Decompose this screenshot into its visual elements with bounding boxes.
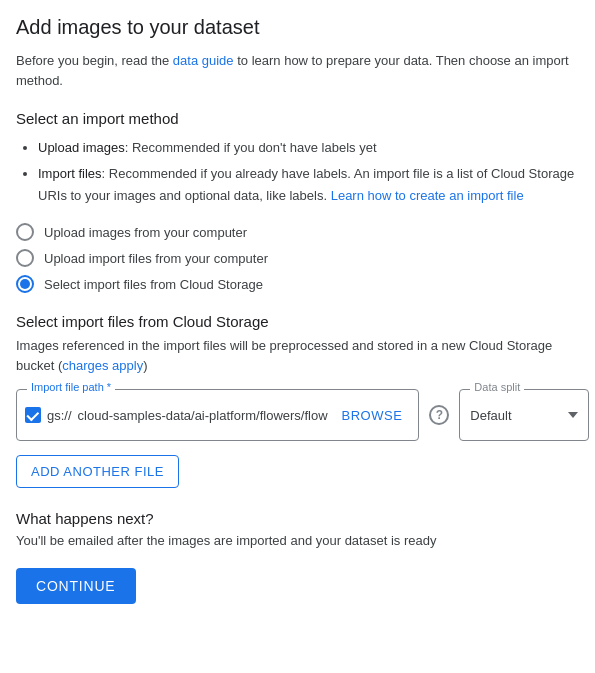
page-title: Add images to your dataset (16, 16, 579, 39)
radio-group: Upload images from your computer Upload … (16, 223, 579, 293)
data-split-label: Data split (470, 381, 524, 393)
learn-import-link[interactable]: Learn how to create an import file (331, 188, 524, 203)
radio-upload-images[interactable]: Upload images from your computer (16, 223, 579, 241)
bullet-list: Upload images: Recommended if you don't … (16, 137, 579, 207)
data-split-container: Data split Default (459, 389, 589, 441)
continue-button[interactable]: CONTINUE (16, 568, 136, 604)
intro-text: Before you begin, read the data guide to… (16, 51, 579, 90)
radio-cloud-storage-input[interactable] (16, 275, 34, 293)
file-path-container: Import file path * gs:// cloud-samples-d… (16, 389, 419, 441)
file-path-prefix: gs:// (47, 408, 72, 423)
section2-title: Select import files from Cloud Storage (16, 313, 579, 330)
file-path-label: Import file path * (27, 381, 115, 393)
add-another-file-button[interactable]: ADD ANOTHER FILE (16, 455, 179, 488)
bullet-import-files: Import files: Recommended if you already… (38, 163, 579, 207)
file-path-help-icon[interactable]: ? (429, 405, 449, 425)
charges-apply-link[interactable]: charges apply (62, 358, 143, 373)
browse-button[interactable]: BROWSE (334, 408, 411, 423)
what-next-desc: You'll be emailed after the images are i… (16, 533, 579, 548)
radio-upload-import-files[interactable]: Upload import files from your computer (16, 249, 579, 267)
cloud-storage-section: Select import files from Cloud Storage I… (16, 313, 579, 488)
what-next-section: What happens next? You'll be emailed aft… (16, 510, 579, 548)
radio-cloud-storage[interactable]: Select import files from Cloud Storage (16, 275, 579, 293)
bullet-upload-images: Upload images: Recommended if you don't … (38, 137, 579, 159)
what-next-title: What happens next? (16, 510, 579, 527)
radio-upload-images-input[interactable] (16, 223, 34, 241)
section2-desc: Images referenced in the import files wi… (16, 336, 579, 375)
radio-upload-import-files-input[interactable] (16, 249, 34, 267)
section1-title: Select an import method (16, 110, 579, 127)
file-path-value: cloud-samples-data/ai-platform/flowers/f… (78, 408, 328, 423)
chevron-down-icon[interactable] (568, 412, 578, 418)
file-path-checkbox[interactable] (25, 407, 41, 423)
data-split-value: Default (470, 408, 564, 423)
data-guide-link[interactable]: data guide (173, 53, 234, 68)
